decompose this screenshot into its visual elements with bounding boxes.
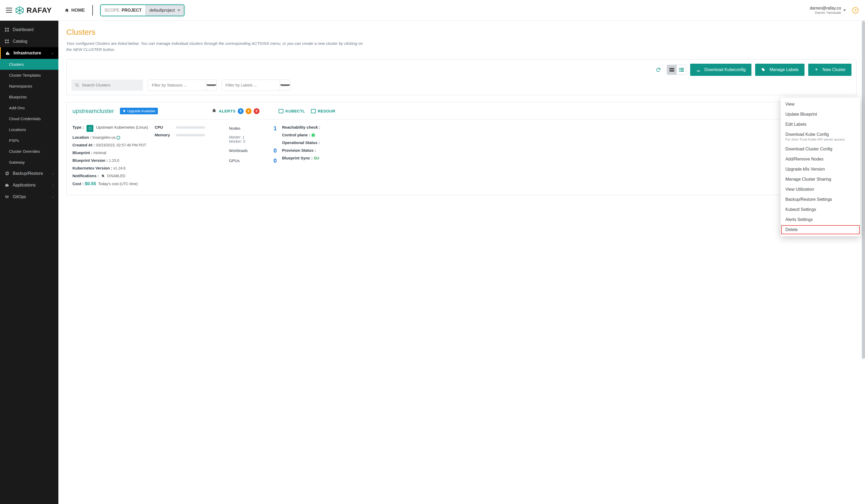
svg-point-16: [7, 197, 8, 198]
menu-item-view[interactable]: View: [781, 99, 860, 109]
new-cluster-button[interactable]: + New Cluster: [808, 64, 852, 76]
chevron-down-icon[interactable]: [206, 80, 217, 91]
svg-point-15: [5, 196, 6, 197]
svg-rect-22: [679, 69, 680, 70]
svg-rect-10: [9, 53, 10, 55]
list-icon: [311, 109, 316, 113]
alerts-warn-count[interactable]: 0: [246, 108, 252, 114]
plus-icon: +: [814, 67, 819, 73]
sidebar-item-infrastructure[interactable]: Infrastructure⌄: [0, 47, 58, 59]
svg-point-26: [76, 84, 78, 86]
card-view-button[interactable]: [667, 65, 677, 74]
sidebar-item-locations[interactable]: Locations: [0, 124, 58, 135]
chevron-icon: ⌄: [51, 51, 54, 55]
menu-item-update-blueprint[interactable]: Update Blueprint: [781, 109, 860, 119]
menu-item-upgrade-k-s-version[interactable]: Upgrade k8s Version: [781, 164, 860, 174]
menu-toggle-button[interactable]: [5, 5, 15, 15]
menu-item-manage-cluster-sharing[interactable]: Manage Cluster Sharing: [781, 174, 860, 184]
sidebar-item-add-ons[interactable]: Add-Ons: [0, 102, 58, 113]
svg-rect-21: [680, 68, 684, 69]
scope-project-dropdown[interactable]: defaultproject: [146, 5, 184, 16]
svg-rect-6: [5, 42, 7, 43]
sidebar-item-clusters[interactable]: Clusters: [0, 59, 58, 70]
workloads-count: 0: [274, 147, 277, 154]
svg-rect-4: [5, 39, 7, 41]
menu-item-view-utilization[interactable]: View Utilization: [781, 184, 860, 195]
list-view-button[interactable]: [677, 65, 686, 74]
copy-icon: [5, 172, 9, 175]
logo[interactable]: RAFAY: [15, 6, 52, 15]
svg-point-17: [8, 196, 9, 197]
chevron-down-icon[interactable]: [280, 80, 290, 91]
cluster-meters-col: CPU Memory: [155, 125, 224, 190]
home-label: HOME: [71, 8, 85, 13]
view-toggle: [667, 65, 687, 75]
menu-item-add-remove-nodes[interactable]: Add/Remove Nodes: [781, 154, 860, 164]
sidebar-item-cluster-overrides[interactable]: Cluster Overrides: [0, 146, 58, 157]
menu-item-download-cluster-config[interactable]: Download Cluster Config: [781, 144, 860, 154]
svg-rect-3: [8, 30, 9, 32]
list-view-icon: [679, 68, 684, 72]
cpu-meter: [176, 126, 205, 129]
sidebar-item-gitops[interactable]: GitOps›: [0, 191, 58, 203]
svg-rect-5: [8, 39, 9, 41]
user-menu[interactable]: darren@rafay.co Darren Yamasaki: [810, 6, 846, 15]
upgrade-available-badge[interactable]: Upgrade Available: [120, 108, 158, 114]
scope-label: SCOPE: PROJECT: [101, 5, 146, 16]
download-kubeconfig-button[interactable]: Download Kubeconfig: [690, 64, 752, 76]
terminal-icon: [279, 109, 284, 113]
scope-selector[interactable]: SCOPE: PROJECT defaultproject: [100, 4, 184, 16]
sidebar-item-gateway[interactable]: Gateway: [0, 157, 58, 168]
cluster-name-link[interactable]: upstreamcluster: [72, 108, 114, 115]
menu-item-delete[interactable]: Delete: [781, 225, 860, 235]
refresh-button[interactable]: [654, 65, 663, 74]
location-pin-icon: [116, 136, 120, 140]
alerts-info-count[interactable]: 0: [238, 108, 244, 114]
alerts-crit-count[interactable]: 0: [254, 108, 260, 114]
sidebar-item-backup-restore[interactable]: Backup/Restore›: [0, 168, 58, 179]
sidebar-item-dashboard[interactable]: Dashboard: [0, 24, 58, 36]
sidebar-item-label: Applications: [13, 183, 36, 188]
manage-labels-button[interactable]: Manage Labels: [755, 64, 804, 76]
k8s-icon: ⬡: [86, 125, 93, 132]
cluster-counts-col: Nodes1 Master: 1 Worker: 0 Workloads0 GP…: [229, 125, 277, 190]
sidebar-item-blueprints[interactable]: Blueprints: [0, 92, 58, 102]
grid-icon: [5, 39, 9, 43]
status-dot-green: [312, 134, 315, 137]
sidebar-item-namespaces[interactable]: Namespaces: [0, 81, 58, 92]
help-button[interactable]: ?: [852, 7, 858, 13]
filter-labels-select[interactable]: Filter by Labels ...: [221, 80, 290, 91]
svg-rect-2: [5, 30, 7, 32]
menu-item-alerts-settings[interactable]: Alerts Settings: [781, 214, 860, 225]
bell-off-icon: [101, 174, 105, 178]
cost-value: $0.55: [85, 181, 96, 186]
sidebar-item-psps[interactable]: PSPs: [0, 135, 58, 146]
search-clusters-input[interactable]: [71, 80, 143, 91]
svg-rect-25: [680, 71, 684, 72]
menu-item-download-kube-config[interactable]: Download Kube ConfigFor Zero Trust Kube …: [781, 129, 860, 144]
svg-rect-8: [6, 52, 7, 55]
filter-status-select[interactable]: Filter by Statuses ...: [148, 80, 217, 91]
sidebar-item-cluster-templates[interactable]: Cluster Templates: [0, 70, 58, 81]
svg-rect-23: [680, 69, 684, 70]
sidebar-item-catalog[interactable]: Catalog: [0, 36, 58, 47]
download-icon: [696, 68, 701, 72]
sidebar-item-applications[interactable]: Applications›: [0, 179, 58, 191]
refresh-icon: [656, 67, 661, 72]
gpus-count: 0: [274, 157, 277, 164]
caret-down-icon: [843, 10, 846, 11]
menu-item-kubectl-settings[interactable]: Kubectl Settings: [781, 204, 860, 214]
svg-rect-9: [7, 52, 8, 55]
menu-item-edit-labels[interactable]: Edit Labels: [781, 119, 860, 129]
briefcase-icon: [5, 183, 9, 187]
kubectl-link[interactable]: KUBECTL: [279, 109, 305, 113]
search-field[interactable]: [82, 83, 139, 87]
cluster-card: upstreamcluster Upgrade Available ALERTS…: [66, 102, 856, 195]
top-bar: RAFAY HOME SCOPE: PROJECT defaultproject…: [0, 0, 865, 21]
home-icon: [65, 8, 69, 13]
user-name: Darren Yamasaki: [810, 11, 841, 15]
sidebar-item-cloud-credentials[interactable]: Cloud Credentials: [0, 113, 58, 124]
resources-link[interactable]: RESOUR: [311, 109, 335, 113]
menu-item-backup-restore-settings[interactable]: Backup/Restore Settings: [781, 195, 860, 204]
home-button[interactable]: HOME: [59, 8, 90, 13]
